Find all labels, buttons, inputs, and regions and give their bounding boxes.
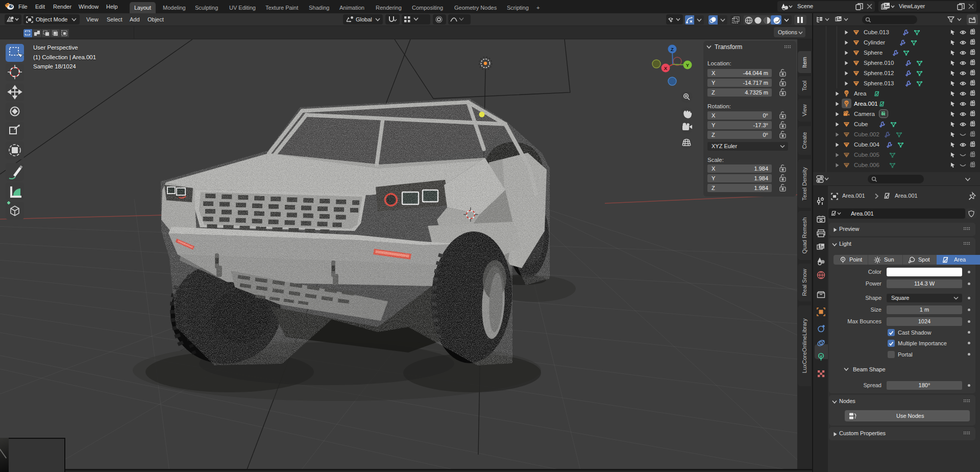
svg-text:Z: Z bbox=[671, 46, 674, 52]
svg-text:X: X bbox=[664, 65, 668, 71]
svg-text:Y: Y bbox=[686, 62, 690, 68]
